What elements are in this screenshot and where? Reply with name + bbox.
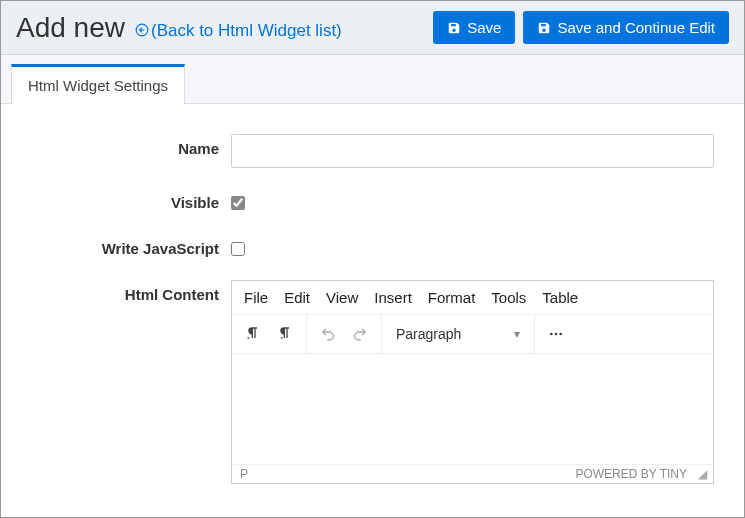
editor-toolbar: Paragraph ▾ bbox=[232, 314, 713, 354]
back-link-label: (Back to Html Widget list) bbox=[151, 21, 342, 41]
back-link[interactable]: (Back to Html Widget list) bbox=[135, 21, 342, 41]
form: Name Visible Write JavaScript Html Conte… bbox=[1, 104, 744, 514]
header-actions: Save Save and Continue Edit bbox=[433, 11, 729, 44]
html-content-label: Html Content bbox=[31, 280, 231, 303]
chevron-down-icon: ▾ bbox=[514, 327, 520, 341]
ltr-icon[interactable] bbox=[238, 319, 268, 349]
format-select[interactable]: Paragraph ▾ bbox=[388, 319, 528, 349]
row-name: Name bbox=[31, 134, 714, 168]
row-write-js: Write JavaScript bbox=[31, 234, 714, 260]
toolbar-format-group: Paragraph ▾ bbox=[382, 315, 535, 353]
header-left: Add new (Back to Html Widget list) bbox=[16, 12, 342, 44]
format-select-label: Paragraph bbox=[396, 326, 461, 342]
name-label: Name bbox=[31, 134, 231, 157]
menu-insert[interactable]: Insert bbox=[374, 289, 412, 306]
save-icon bbox=[537, 21, 551, 35]
svg-point-3 bbox=[555, 333, 558, 336]
menu-file[interactable]: File bbox=[244, 289, 268, 306]
powered-by-label[interactable]: POWERED BY TINY bbox=[575, 467, 687, 481]
toolbar-more-group bbox=[535, 315, 577, 353]
rich-text-editor: File Edit View Insert Format Tools Table bbox=[231, 280, 714, 484]
menu-edit[interactable]: Edit bbox=[284, 289, 310, 306]
rtl-icon[interactable] bbox=[270, 319, 300, 349]
toolbar-direction-group bbox=[232, 315, 307, 353]
visible-checkbox[interactable] bbox=[231, 196, 245, 210]
tab-settings[interactable]: Html Widget Settings bbox=[11, 64, 185, 104]
save-button[interactable]: Save bbox=[433, 11, 515, 44]
row-html-content: Html Content File Edit View Insert Forma… bbox=[31, 280, 714, 484]
write-js-label: Write JavaScript bbox=[31, 234, 231, 257]
editor-path[interactable]: P bbox=[240, 467, 248, 481]
row-visible: Visible bbox=[31, 188, 714, 214]
svg-point-4 bbox=[559, 333, 562, 336]
write-js-checkbox[interactable] bbox=[231, 242, 245, 256]
redo-icon[interactable] bbox=[345, 319, 375, 349]
editor-body[interactable] bbox=[232, 354, 713, 464]
menu-tools[interactable]: Tools bbox=[491, 289, 526, 306]
arrow-left-circle-icon bbox=[135, 23, 149, 40]
menu-format[interactable]: Format bbox=[428, 289, 476, 306]
name-input[interactable] bbox=[231, 134, 714, 168]
page-title: Add new bbox=[16, 12, 125, 44]
svg-point-2 bbox=[550, 333, 553, 336]
more-icon[interactable] bbox=[541, 319, 571, 349]
menu-view[interactable]: View bbox=[326, 289, 358, 306]
save-continue-button[interactable]: Save and Continue Edit bbox=[523, 11, 729, 44]
save-button-label: Save bbox=[467, 19, 501, 36]
editor-status-bar: P POWERED BY TINY ◢ bbox=[232, 464, 713, 483]
save-continue-button-label: Save and Continue Edit bbox=[557, 19, 715, 36]
page-header: Add new (Back to Html Widget list) Save … bbox=[1, 1, 744, 55]
menu-table[interactable]: Table bbox=[542, 289, 578, 306]
toolbar-history-group bbox=[307, 315, 382, 353]
tabs: Html Widget Settings bbox=[1, 55, 744, 104]
undo-icon[interactable] bbox=[313, 319, 343, 349]
resize-handle-icon[interactable]: ◢ bbox=[693, 467, 705, 481]
visible-label: Visible bbox=[31, 188, 231, 211]
editor-menu: File Edit View Insert Format Tools Table bbox=[232, 281, 713, 314]
save-icon bbox=[447, 21, 461, 35]
